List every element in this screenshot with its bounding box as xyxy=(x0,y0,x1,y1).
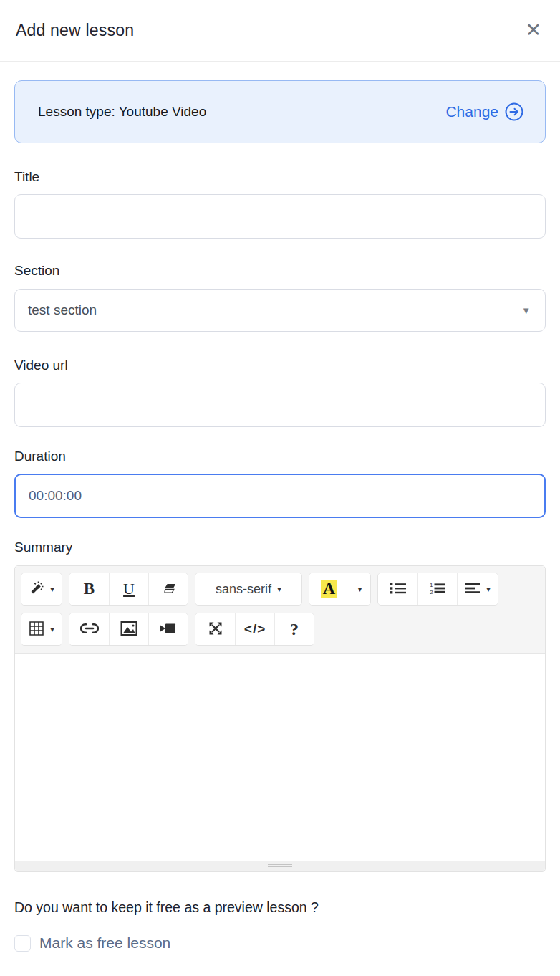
underline-label: U xyxy=(123,580,135,598)
mark-free-label[interactable]: Mark as free lesson xyxy=(39,934,170,952)
unordered-list-icon xyxy=(390,581,407,598)
toolbar-row-1: ▾ B U xyxy=(21,573,539,606)
help-label: ? xyxy=(290,620,299,639)
magic-style-button[interactable]: ▾ xyxy=(21,573,62,605)
underline-button[interactable]: U xyxy=(109,573,148,605)
view-group: </> ? xyxy=(195,613,314,646)
ordered-list-icon: 1 2 xyxy=(429,581,446,598)
video-icon xyxy=(159,621,178,638)
clear-format-button[interactable] xyxy=(148,573,188,605)
font-family-button[interactable]: sans-serif ▾ xyxy=(195,573,301,605)
font-style-group: B U xyxy=(69,573,188,606)
font-color-dropdown-button[interactable]: ▾ xyxy=(349,573,370,605)
table-button[interactable]: ▾ xyxy=(21,613,62,645)
insert-group xyxy=(69,613,188,646)
table-group: ▾ xyxy=(21,613,62,646)
add-lesson-modal: Add new lesson ✕ Lesson type: Youtube Vi… xyxy=(0,0,560,976)
close-icon[interactable]: ✕ xyxy=(522,18,544,43)
paragraph-group: 1 2 xyxy=(377,573,498,606)
chevron-down-icon: ▾ xyxy=(50,585,54,593)
chevron-down-icon: ▾ xyxy=(358,585,362,593)
change-lesson-type-button[interactable]: Change xyxy=(445,102,523,121)
svg-text:1: 1 xyxy=(430,582,433,588)
duration-input[interactable] xyxy=(14,474,546,518)
unordered-list-button[interactable] xyxy=(378,573,417,605)
title-input[interactable] xyxy=(14,194,546,239)
font-family-group: sans-serif ▾ xyxy=(195,573,302,606)
picture-button[interactable] xyxy=(109,613,148,645)
fullscreen-icon xyxy=(208,621,223,638)
modal-body: Lesson type: Youtube Video Change Title … xyxy=(0,80,560,952)
link-button[interactable] xyxy=(69,613,109,645)
code-view-label: </> xyxy=(244,621,266,637)
mark-free-checkbox[interactable] xyxy=(14,935,31,952)
eraser-icon xyxy=(160,581,176,598)
ordered-list-button[interactable]: 1 2 xyxy=(417,573,457,605)
section-label: Section xyxy=(14,263,546,279)
free-lesson-row: Mark as free lesson xyxy=(14,934,546,952)
summary-label: Summary xyxy=(14,540,546,555)
link-icon xyxy=(80,623,99,636)
section-select[interactable]: test section ▼ xyxy=(14,289,546,332)
magic-wand-icon xyxy=(29,580,44,598)
video-url-label: Video url xyxy=(14,358,546,373)
chevron-down-icon: ▼ xyxy=(521,305,531,316)
table-icon xyxy=(29,621,44,638)
font-color-button[interactable]: A xyxy=(309,573,349,605)
bold-button[interactable]: B xyxy=(69,573,109,605)
color-group: A ▾ xyxy=(309,573,371,606)
svg-text:2: 2 xyxy=(430,588,433,595)
chevron-down-icon: ▾ xyxy=(277,585,281,593)
editor-resize-handle[interactable] xyxy=(15,861,545,871)
summary-richtext-editor: ▾ B U xyxy=(14,565,546,872)
help-button[interactable]: ? xyxy=(274,613,314,645)
video-url-input[interactable] xyxy=(14,383,546,427)
code-view-button[interactable]: </> xyxy=(235,613,274,645)
chevron-down-icon: ▾ xyxy=(486,585,491,593)
change-label: Change xyxy=(445,103,498,120)
section-selected-value: test section xyxy=(28,302,97,318)
toolbar-row-2: ▾ xyxy=(21,613,539,646)
modal-title: Add new lesson xyxy=(16,21,134,40)
editor-content-area[interactable] xyxy=(15,654,545,861)
paragraph-align-button[interactable]: ▾ xyxy=(457,573,498,605)
bold-label: B xyxy=(84,580,95,598)
resize-grip-icon xyxy=(268,864,292,869)
title-label: Title xyxy=(14,169,546,185)
font-family-value: sans-serif xyxy=(216,582,271,597)
chevron-down-icon: ▾ xyxy=(50,625,54,633)
align-left-icon xyxy=(465,582,481,597)
fullscreen-button[interactable] xyxy=(195,613,235,645)
style-group: ▾ xyxy=(21,573,62,606)
editor-toolbar: ▾ B U xyxy=(15,566,545,654)
picture-icon xyxy=(120,621,137,638)
modal-header: Add new lesson ✕ xyxy=(0,0,560,62)
free-preview-question: Do you want to keep it free as a preview… xyxy=(14,899,546,916)
arrow-circle-right-icon xyxy=(505,102,523,121)
lesson-type-text: Lesson type: Youtube Video xyxy=(38,104,206,120)
duration-label: Duration xyxy=(14,449,546,464)
font-color-icon: A xyxy=(321,580,337,598)
lesson-type-banner: Lesson type: Youtube Video Change xyxy=(14,80,546,143)
video-button[interactable] xyxy=(148,613,188,645)
